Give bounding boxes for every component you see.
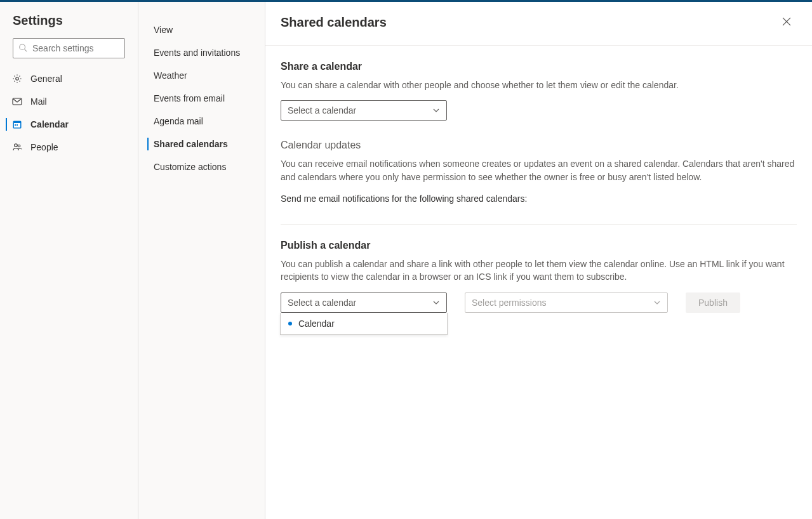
calendar-updates-heading: Calendar updates (281, 140, 797, 151)
main-content: Shared calendars Share a calendar You ca… (265, 2, 812, 519)
submenu-item-label: Agenda mail (154, 116, 203, 126)
content-scroll: Share a calendar You can share a calenda… (265, 46, 812, 519)
sidebar-item-label: Calendar (30, 119, 69, 129)
submenu-item-label: View (154, 25, 173, 35)
sidebar-item-label: People (30, 142, 58, 152)
submenu-item-customize-actions[interactable]: Customize actions (138, 155, 265, 178)
section-calendar-updates: Calendar updates You can receive email n… (281, 140, 797, 205)
submenu-item-agenda-mail[interactable]: Agenda mail (138, 110, 265, 133)
share-calendar-desc: You can share a calendar with other peop… (281, 79, 797, 91)
search-icon (18, 43, 27, 54)
settings-panel: Settings General (0, 2, 812, 519)
publish-calendar-desc: You can publish a calendar and share a l… (281, 258, 797, 284)
dropdown-placeholder: Select permissions (472, 298, 547, 308)
submenu-item-label: Customize actions (154, 162, 226, 172)
sidebar-item-label: General (30, 74, 62, 84)
svg-point-0 (20, 44, 25, 49)
search-wrap (0, 38, 138, 67)
share-calendar-dropdown[interactable]: Select a calendar (281, 100, 447, 121)
svg-rect-7 (17, 124, 18, 126)
calendar-color-dot-icon (288, 322, 292, 325)
submenu-item-label: Weather (154, 70, 187, 81)
publish-button[interactable]: Publish (686, 292, 740, 313)
sidebar-item-mail[interactable]: Mail (0, 90, 138, 113)
people-icon (11, 141, 23, 153)
settings-sidebar: Settings General (0, 2, 138, 519)
svg-point-9 (18, 145, 20, 147)
close-button[interactable] (776, 12, 797, 32)
submenu-item-label: Events from email (154, 93, 225, 103)
section-divider (281, 224, 797, 225)
permissions-dropdown: Select permissions (465, 292, 668, 313)
chevron-down-icon (432, 107, 440, 114)
dropdown-placeholder: Select a calendar (288, 298, 356, 308)
submenu-item-label: Events and invitations (154, 48, 240, 58)
svg-point-8 (15, 144, 18, 147)
settings-title: Settings (0, 13, 138, 38)
calendar-submenu: View Events and invitations Weather Even… (138, 2, 265, 519)
calendar-updates-desc: You can receive email notifications when… (281, 157, 797, 183)
sidebar-item-label: Mail (30, 96, 47, 107)
search-input[interactable] (32, 43, 143, 53)
calendar-icon (11, 119, 23, 130)
submenu-item-events-from-email[interactable]: Events from email (138, 87, 265, 110)
dropdown-option-calendar[interactable]: Calendar (281, 313, 447, 334)
sidebar-item-calendar[interactable]: Calendar (0, 113, 138, 136)
svg-point-2 (16, 77, 18, 80)
publish-calendar-heading: Publish a calendar (281, 240, 797, 251)
primary-nav-list: General Mail (0, 67, 138, 159)
submenu-item-view[interactable]: View (138, 18, 265, 41)
sidebar-item-general[interactable]: General (0, 67, 138, 90)
chevron-down-icon (432, 299, 440, 306)
section-publish-calendar: Publish a calendar You can publish a cal… (281, 240, 797, 313)
svg-rect-6 (15, 124, 16, 126)
publish-calendar-dropdown-block: Select a calendar Calendar (281, 292, 447, 313)
submenu-item-shared-calendars[interactable]: Shared calendars (138, 133, 265, 155)
mail-icon (11, 96, 23, 107)
submenu-list: View Events and invitations Weather Even… (138, 18, 265, 178)
gear-icon (11, 73, 23, 84)
section-share-calendar: Share a calendar You can share a calenda… (281, 61, 797, 121)
submenu-item-weather[interactable]: Weather (138, 64, 265, 87)
calendar-updates-sub: Send me email notifications for the foll… (281, 192, 797, 205)
close-icon (782, 17, 791, 28)
submenu-item-events-invitations[interactable]: Events and invitations (138, 41, 265, 64)
dropdown-placeholder: Select a calendar (288, 105, 356, 115)
submenu-item-label: Shared calendars (154, 139, 228, 149)
svg-line-1 (25, 49, 27, 51)
publish-row: Select a calendar Calendar (281, 292, 797, 313)
share-calendar-heading: Share a calendar (281, 61, 797, 72)
publish-calendar-dropdown[interactable]: Select a calendar (281, 292, 447, 313)
search-settings-box[interactable] (13, 38, 125, 58)
sidebar-item-people[interactable]: People (0, 136, 138, 159)
main-header: Shared calendars (265, 2, 812, 46)
dropdown-option-label: Calendar (298, 319, 335, 329)
chevron-down-icon (653, 299, 661, 306)
page-title: Shared calendars (281, 15, 387, 30)
publish-calendar-dropdown-options: Calendar (280, 313, 448, 335)
